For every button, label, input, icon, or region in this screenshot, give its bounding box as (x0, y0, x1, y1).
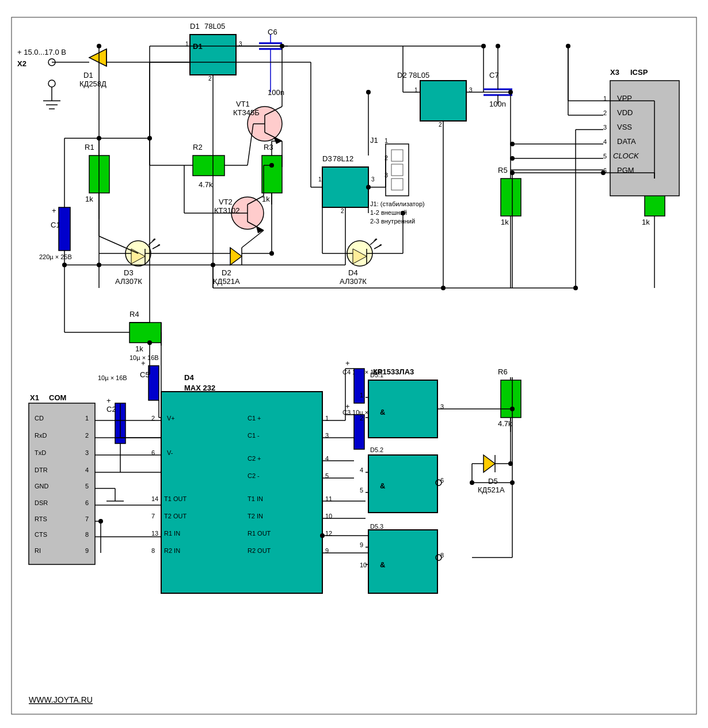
svg-point-178 (601, 170, 606, 175)
r2-symbol (193, 156, 224, 176)
d3-reg-type: 78L12 (333, 154, 353, 163)
max232-pin14: 14 (151, 495, 158, 502)
svg-point-94 (508, 90, 513, 94)
d1-diode-type: КД258Д (79, 79, 106, 88)
d2-reg-label2: D2 (397, 71, 407, 79)
d3-led-label: D3 (124, 268, 134, 277)
x1-pin2: 2 (85, 432, 89, 439)
d51-in2: 2 (360, 415, 363, 422)
max232-pin7: 7 (151, 513, 155, 520)
schematic: + 15.0...17.0 В X2 D1 КД258Д D1 D1 78L05… (0, 0, 708, 728)
d3-pin1: 1 (318, 176, 322, 183)
c2-label2: C2 (106, 405, 116, 414)
svg-point-164 (366, 185, 371, 189)
c6-label: C6 (268, 28, 277, 36)
j1-desc3: 2-3 внутренний (370, 218, 415, 225)
r4-symbol (130, 323, 161, 343)
x1-dsr: DSR (35, 499, 48, 506)
svg-point-154 (366, 90, 371, 94)
d2-diode-label: D2 (222, 268, 231, 277)
d53-label: D5.3 (370, 523, 383, 530)
j1-label3: 3 (385, 172, 388, 179)
d2-reg-box (420, 81, 466, 121)
x1-txd: TxD (35, 449, 46, 456)
d3-reg-label: D3 (322, 154, 332, 163)
d53-box (368, 530, 437, 593)
x3-vss: VSS (617, 123, 632, 131)
d2-pin2: 2 (439, 122, 442, 128)
svg-point-131 (269, 251, 274, 256)
max232-t1in: T1 IN (248, 495, 263, 502)
junction-top-rail (481, 44, 486, 48)
x1-rxd: RxD (35, 432, 47, 439)
x3-type: ICSP (630, 68, 648, 77)
j1-label: 1 (385, 137, 388, 144)
svg-rect-0 (0, 0, 708, 728)
d1-reg-type: 78L05 (204, 22, 225, 31)
r7-value: 1k (642, 218, 650, 226)
x1-type: COM (49, 393, 66, 402)
svg-point-106 (510, 480, 515, 485)
x1-pin1: 1 (85, 415, 89, 422)
d3-reg-box (322, 167, 368, 207)
url-text: WWW.JOYTA.RU (29, 695, 93, 704)
j1-desc1: J1: (стабилизатор) (370, 200, 425, 207)
d52-label: D5.2 (370, 446, 383, 453)
d52-box (368, 455, 437, 513)
x3-label: X3 (610, 68, 619, 77)
r6-symbol (501, 380, 521, 418)
d1-diode-label: D1 (83, 71, 93, 79)
c1-symbol (59, 207, 70, 251)
max232-t2out: T2 OUT (164, 513, 186, 520)
max232-t1out: T1 OUT (164, 495, 186, 502)
svg-point-75 (320, 533, 325, 538)
x3-pin5: 5 (603, 153, 607, 160)
x1-cts: CTS (35, 531, 47, 538)
d51-in1: 1 (360, 392, 363, 399)
max232-type: MAX 232 (184, 384, 215, 392)
d52-and: & (380, 481, 385, 490)
svg-point-114 (510, 142, 515, 146)
x1-pin5: 5 (85, 483, 89, 490)
d51-box (368, 380, 437, 438)
x3-vdd: VDD (617, 108, 633, 117)
max232-vminus: V- (167, 449, 173, 456)
x3-pin3: 3 (603, 124, 607, 131)
r1-label: R1 (85, 143, 94, 151)
x1-pin6: 6 (85, 499, 89, 506)
x1-pin8: 8 (85, 531, 89, 538)
r3-symbol (262, 156, 282, 193)
x1-pin9: 9 (85, 547, 89, 554)
svg-point-103 (573, 286, 578, 290)
r2-value: 4.7k (199, 180, 213, 189)
vt1-label: VT1 (236, 100, 250, 108)
c5-label2: C5 (140, 370, 150, 379)
d1-reg-box (190, 35, 236, 75)
r2-label: R2 (193, 143, 203, 151)
r4-label: R4 (130, 310, 139, 318)
x2-label: X2 (17, 59, 26, 68)
d52-in2: 5 (360, 487, 363, 494)
d51-label: D5.1 (370, 371, 383, 378)
j1-label2: 2 (385, 154, 388, 161)
d3-led-type: АЛ307К (115, 277, 142, 286)
svg-point-144 (62, 263, 67, 267)
c5-value: 10µ × 16В (130, 354, 159, 361)
x3-data: DATA (617, 137, 636, 146)
d3-pin2: 2 (341, 208, 344, 214)
svg-point-125 (97, 263, 101, 267)
max232-c2minus: C2 - (248, 472, 260, 479)
max232-r2out: R2 OUT (248, 547, 271, 554)
d1-reg-label2: D1 (190, 22, 200, 31)
max232-r1in: R1 IN (164, 530, 180, 537)
max232-box (161, 392, 322, 593)
x3-pin4: 4 (603, 138, 607, 145)
x1-rts: RTS (35, 515, 47, 522)
d5-diode-type: КД521А (478, 486, 505, 494)
x1-pin4: 4 (85, 467, 89, 473)
svg-point-170 (147, 340, 152, 345)
max232-r1out: R1 OUT (248, 530, 271, 537)
c4-label: + (345, 359, 350, 367)
svg-point-112 (510, 170, 515, 175)
max232-c1minus: C1 - (248, 432, 260, 439)
